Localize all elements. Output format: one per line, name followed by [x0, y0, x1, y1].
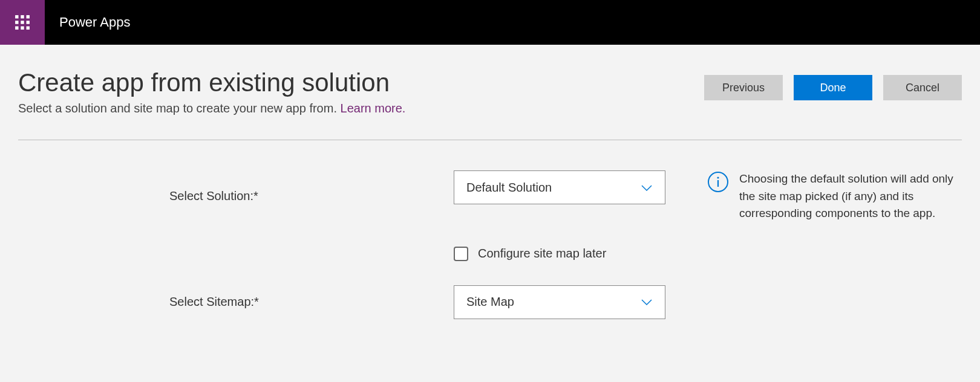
select-solution-wrap: Default Solution [454, 170, 684, 204]
content-area: Create app from existing solution Select… [0, 45, 980, 319]
info-box: Choosing the default solution will add o… [708, 170, 962, 222]
app-header: Power Apps [0, 0, 980, 45]
learn-more-link[interactable]: Learn more. [341, 102, 406, 115]
page-head-left: Create app from existing solution Select… [18, 69, 405, 115]
select-solution-label: Select Solution:* [151, 189, 430, 203]
subtitle-text: Select a solution and site map to create… [18, 102, 341, 115]
page-head: Create app from existing solution Select… [18, 69, 962, 115]
svg-rect-3 [15, 21, 18, 24]
configure-later-checkbox[interactable] [454, 247, 468, 261]
previous-button[interactable]: Previous [704, 75, 783, 100]
select-sitemap-dropdown[interactable]: Site Map [454, 285, 665, 319]
app-title: Power Apps [45, 0, 130, 45]
select-sitemap-wrap: Site Map [454, 285, 684, 319]
page-title: Create app from existing solution [18, 69, 405, 97]
action-buttons: Previous Done Cancel [704, 69, 962, 100]
select-solution-value: Default Solution [466, 181, 552, 195]
configure-later-row: Configure site map later [454, 247, 684, 261]
svg-rect-1 [21, 15, 24, 18]
svg-rect-8 [27, 27, 30, 30]
svg-rect-6 [15, 27, 18, 30]
select-sitemap-label: Select Sitemap:* [151, 295, 430, 309]
cancel-button[interactable]: Cancel [883, 75, 962, 100]
svg-rect-7 [21, 27, 24, 30]
svg-rect-4 [21, 21, 24, 24]
svg-rect-5 [27, 21, 30, 24]
page-subtitle: Select a solution and site map to create… [18, 102, 405, 115]
app-launcher-button[interactable] [0, 0, 45, 45]
done-button[interactable]: Done [794, 75, 872, 100]
svg-rect-0 [15, 15, 18, 18]
svg-point-9 [717, 177, 719, 179]
svg-rect-2 [27, 15, 30, 18]
info-icon [708, 172, 728, 192]
svg-rect-10 [717, 180, 719, 187]
select-sitemap-value: Site Map [466, 295, 514, 309]
configure-later-label: Configure site map later [478, 247, 606, 261]
header-divider [18, 140, 962, 140]
chevron-down-icon [641, 295, 653, 309]
info-text: Choosing the default solution will add o… [739, 170, 962, 222]
waffle-icon [15, 15, 30, 30]
form-area: Select Solution:* Default Solution Choos… [18, 170, 962, 319]
chevron-down-icon [641, 181, 653, 195]
select-solution-dropdown[interactable]: Default Solution [454, 170, 665, 204]
